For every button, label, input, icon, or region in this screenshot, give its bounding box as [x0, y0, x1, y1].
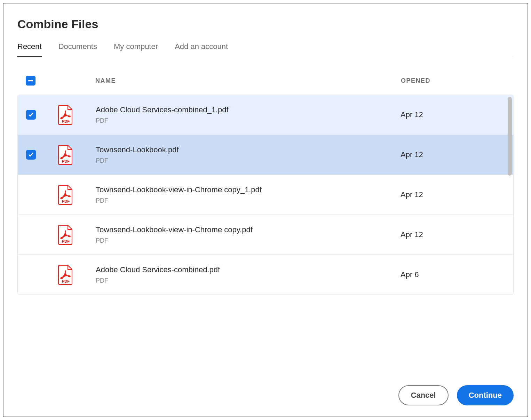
file-type: PDF: [96, 237, 401, 244]
row-checkbox[interactable]: [26, 230, 36, 240]
tab-add-account[interactable]: Add an account: [175, 42, 228, 57]
file-name: Townsend-Lookbook-view-in-Chrome copy.pd…: [96, 225, 401, 234]
file-opened: Apr 12: [401, 150, 505, 159]
file-opened: Apr 12: [401, 230, 505, 239]
file-name: Townsend-Lookbook.pdf: [96, 145, 401, 154]
select-all-checkbox[interactable]: [26, 76, 35, 86]
file-row[interactable]: PDF Adobe Cloud Services-combined_1.pdf …: [18, 95, 513, 135]
continue-button[interactable]: Continue: [457, 385, 514, 405]
svg-text:PDF: PDF: [62, 119, 70, 123]
svg-text:PDF: PDF: [62, 279, 70, 283]
file-opened: Apr 6: [401, 270, 505, 279]
file-opened: Apr 12: [401, 190, 505, 199]
row-checkbox[interactable]: [26, 150, 36, 160]
table-header: NAME OPENED: [17, 72, 514, 95]
file-type: PDF: [96, 117, 401, 124]
file-name: Adobe Cloud Services-combined_1.pdf: [96, 105, 401, 114]
column-name-header[interactable]: NAME: [95, 77, 401, 84]
indeterminate-icon: [28, 80, 33, 81]
cancel-button[interactable]: Cancel: [398, 385, 449, 405]
file-row[interactable]: PDF Adobe Cloud Services-combined.pdf PD…: [18, 255, 513, 294]
column-opened-header[interactable]: OPENED: [401, 77, 505, 84]
file-row[interactable]: PDF Townsend-Lookbook-view-in-Chrome cop…: [18, 175, 513, 215]
row-checkbox[interactable]: [26, 190, 36, 200]
row-checkbox[interactable]: [26, 270, 36, 280]
file-type: PDF: [96, 277, 401, 284]
dialog-title: Combine Files: [17, 17, 514, 31]
combine-files-dialog: Combine Files Recent Documents My comput…: [3, 3, 528, 417]
dialog-footer: Cancel Continue: [17, 370, 514, 405]
pdf-file-icon: PDF: [57, 105, 74, 125]
check-icon: [28, 112, 34, 118]
tab-recent[interactable]: Recent: [17, 42, 42, 57]
scrollbar[interactable]: [508, 97, 512, 176]
file-name: Townsend-Lookbook-view-in-Chrome copy_1.…: [96, 185, 401, 194]
pdf-file-icon: PDF: [57, 185, 74, 205]
file-type: PDF: [96, 157, 401, 164]
file-row[interactable]: PDF Townsend-Lookbook.pdf PDF Apr 12: [18, 135, 513, 175]
file-name: Adobe Cloud Services-combined.pdf: [96, 265, 401, 274]
svg-text:PDF: PDF: [62, 239, 70, 243]
tab-my-computer[interactable]: My computer: [114, 42, 158, 57]
row-checkbox[interactable]: [26, 110, 36, 120]
file-type: PDF: [96, 197, 401, 204]
pdf-file-icon: PDF: [57, 225, 74, 245]
file-opened: Apr 12: [401, 110, 505, 119]
svg-text:PDF: PDF: [62, 199, 70, 203]
pdf-file-icon: PDF: [57, 145, 74, 165]
pdf-file-icon: PDF: [57, 265, 74, 285]
svg-text:PDF: PDF: [62, 159, 70, 163]
file-row[interactable]: PDF Townsend-Lookbook-view-in-Chrome cop…: [18, 215, 513, 255]
file-list: PDF Adobe Cloud Services-combined_1.pdf …: [17, 95, 514, 295]
source-tabs: Recent Documents My computer Add an acco…: [17, 42, 514, 57]
file-table: NAME OPENED PDF: [17, 72, 514, 370]
check-icon: [28, 152, 34, 158]
tab-documents[interactable]: Documents: [58, 42, 97, 57]
